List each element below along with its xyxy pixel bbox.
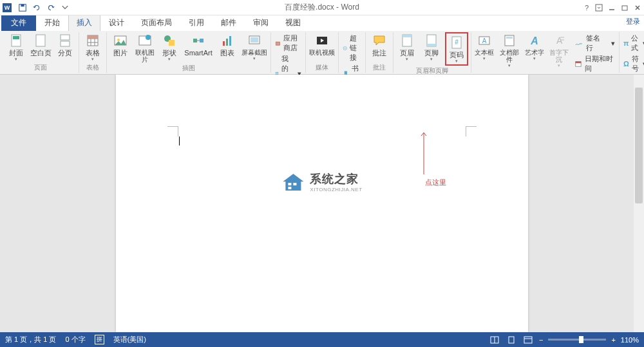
watermark-house-icon: [281, 173, 305, 192]
document-page[interactable]: 系统之家 XITONGZHIJIA.NET: [116, 75, 528, 332]
page-number-button[interactable]: #页码▾: [447, 34, 466, 64]
group-comments: 批注 批注: [366, 32, 393, 73]
svg-rect-22: [193, 39, 197, 42]
tab-references[interactable]: 引用: [180, 14, 213, 31]
tab-file[interactable]: 文件: [1, 14, 36, 31]
svg-rect-23: [200, 39, 204, 42]
pictures-button[interactable]: 图片: [109, 32, 131, 63]
online-pictures-button[interactable]: 联机图片: [134, 32, 156, 63]
annotation-text: 点这里: [425, 178, 446, 187]
tab-design[interactable]: 设计: [100, 14, 133, 31]
online-video-button[interactable]: 联机视频: [308, 32, 336, 62]
watermark-main-text: 系统之家: [310, 171, 362, 187]
svg-rect-29: [251, 37, 258, 42]
save-icon[interactable]: [18, 3, 27, 12]
ribbon-collapse-icon[interactable]: [595, 4, 603, 12]
group-media: 联机视频 媒体: [306, 32, 339, 73]
group-links: 超链接 书签 交叉引用 链接: [339, 32, 366, 73]
status-bar: 第 1 页，共 1 页 0 个字 拼 英语(美国) − + 110%: [0, 332, 644, 347]
smartart-button[interactable]: SmartArt: [183, 32, 214, 63]
datetime-button[interactable]: 日期和时间: [573, 54, 616, 73]
svg-rect-31: [276, 72, 277, 73]
screenshot-button[interactable]: 屏幕截图▾: [241, 32, 268, 63]
group-label-comments: 批注: [373, 62, 386, 73]
page-break-button[interactable]: 分页: [54, 32, 76, 62]
zoom-in-button[interactable]: +: [611, 336, 615, 344]
tab-home[interactable]: 开始: [36, 14, 68, 31]
view-read-icon[interactable]: [489, 335, 500, 345]
svg-rect-6: [13, 36, 19, 39]
qat-dropdown-icon[interactable]: [61, 3, 70, 12]
svg-point-19: [146, 35, 151, 40]
group-label-illustrations: 插图: [182, 63, 195, 73]
comment-button[interactable]: 批注: [368, 32, 390, 62]
tab-layout[interactable]: 页面布局: [133, 14, 180, 31]
login-link[interactable]: 登录: [626, 17, 640, 26]
svg-text:A: A: [556, 35, 563, 46]
group-headerfooter: 页眉▾ 页脚▾ #页码▾ 页眉和页脚: [393, 32, 471, 73]
view-print-icon[interactable]: [506, 335, 517, 345]
symbol-button[interactable]: Ω符号▾: [622, 54, 644, 73]
group-label-tables: 表格: [86, 62, 99, 73]
group-tables: 表格▾ 表格: [79, 32, 107, 73]
group-apps: 应用商店 我的应用▾ 应用程序: [271, 32, 306, 73]
svg-rect-2: [596, 5, 602, 11]
tab-review[interactable]: 审阅: [245, 14, 277, 31]
help-icon[interactable]: ?: [585, 4, 589, 12]
status-words[interactable]: 0 个字: [65, 335, 85, 344]
vertical-scrollbar[interactable]: [634, 75, 644, 332]
svg-rect-62: [509, 337, 514, 343]
svg-rect-32: [277, 72, 278, 73]
document-title: 百度经验.docx - Word: [285, 2, 359, 13]
watermark: 系统之家 XITONGZHIJIA.NET: [281, 171, 362, 192]
zoom-slider-handle[interactable]: [579, 336, 583, 343]
undo-icon[interactable]: [32, 3, 41, 12]
header-button[interactable]: 页眉▾: [396, 32, 418, 66]
svg-rect-56: [288, 183, 291, 185]
status-page[interactable]: 第 1 页，共 1 页: [5, 335, 56, 344]
svg-rect-47: [506, 37, 513, 39]
group-text: A文本框▾ 文档部件▾ A艺术字▾ A首字下沉▾ 签名行▾ 日期和时间 对象▾ …: [471, 32, 620, 73]
margin-marker: [466, 126, 466, 136]
scrollbar-thumb[interactable]: [635, 88, 643, 203]
signature-line-button[interactable]: 签名行▾: [573, 33, 616, 53]
zoom-out-button[interactable]: −: [539, 336, 543, 344]
svg-rect-26: [226, 39, 228, 46]
svg-text:A: A: [482, 37, 487, 44]
shapes-button[interactable]: 形状▾: [158, 32, 180, 63]
status-lang[interactable]: 英语(美国): [113, 335, 146, 344]
svg-rect-27: [229, 36, 231, 46]
tab-insert[interactable]: 插入: [68, 14, 100, 31]
quick-access-toolbar: [18, 3, 70, 12]
svg-rect-7: [36, 35, 45, 46]
footer-button[interactable]: 页脚▾: [421, 32, 442, 66]
tab-view[interactable]: 视图: [277, 14, 309, 31]
view-web-icon[interactable]: [522, 335, 534, 345]
minimize-icon[interactable]: [608, 4, 616, 12]
hyperlink-button[interactable]: 超链接: [341, 33, 363, 62]
margin-marker: [178, 126, 178, 136]
group-label-pages: 页面: [34, 62, 47, 73]
svg-text:A: A: [530, 35, 538, 46]
word-app-icon: W: [3, 3, 12, 12]
zoom-value[interactable]: 110%: [621, 336, 639, 344]
svg-rect-53: [576, 62, 581, 64]
svg-rect-41: [427, 44, 436, 46]
svg-text:#: #: [455, 39, 459, 46]
chart-button[interactable]: 图表: [216, 32, 238, 63]
table-button[interactable]: 表格▾: [82, 32, 104, 62]
redo-icon[interactable]: [46, 3, 55, 12]
close-icon[interactable]: [634, 4, 641, 12]
group-pages: 封面▾ 空白页 分页 页面: [3, 32, 79, 73]
status-lang-icon[interactable]: 拼: [95, 335, 104, 344]
svg-rect-39: [402, 35, 412, 37]
maximize-icon[interactable]: [621, 4, 629, 12]
cover-page-button[interactable]: 封面▾: [5, 32, 27, 62]
zoom-slider[interactable]: [548, 339, 606, 341]
app-store-button[interactable]: 应用商店: [274, 33, 303, 53]
blank-page-button[interactable]: 空白页: [30, 32, 52, 62]
page-number-highlight: #页码▾: [445, 32, 468, 66]
margin-marker: [167, 126, 178, 127]
tab-mailings[interactable]: 邮件: [213, 14, 245, 31]
equation-button[interactable]: π公式▾: [622, 33, 644, 53]
